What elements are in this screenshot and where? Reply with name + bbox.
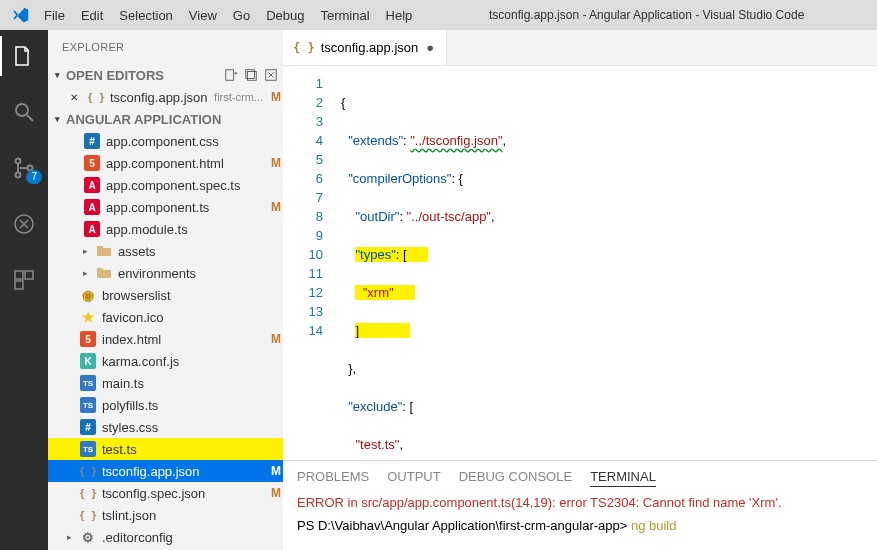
file-name: index.html (102, 332, 263, 347)
file-row[interactable]: #styles.css (48, 416, 283, 438)
file-name: app.module.ts (106, 222, 263, 237)
line-number: 5 (283, 150, 323, 169)
open-editors-header[interactable]: ▾ OPEN EDITORS (48, 64, 283, 86)
angular-icon: A (84, 177, 100, 193)
search-icon[interactable] (0, 92, 48, 132)
panel-tab-problems[interactable]: PROBLEMS (297, 467, 369, 487)
file-name: main.ts (102, 376, 263, 391)
panel-tab-debug-console[interactable]: DEBUG CONSOLE (459, 467, 572, 487)
file-row[interactable]: { }tslint.json (48, 504, 283, 526)
file-row[interactable]: ▸⚙.editorconfig (48, 526, 283, 548)
file-row[interactable]: ★favicon.ico (48, 306, 283, 328)
close-all-icon[interactable] (263, 67, 279, 83)
file-name: app.component.spec.ts (106, 178, 263, 193)
file-row[interactable]: { }tsconfig.spec.jsonM (48, 482, 283, 504)
save-all-icon[interactable] (243, 67, 259, 83)
code-content[interactable]: { "extends": "../tsconfig.json", "compil… (337, 66, 877, 460)
json-icon: { } (88, 89, 104, 105)
file-name: browserslist (102, 288, 263, 303)
angular-icon: A (84, 221, 100, 237)
terminal-error-line: ERROR in src/app/app.component.ts(14,19)… (297, 495, 863, 510)
menu-selection[interactable]: Selection (111, 4, 180, 27)
svg-rect-6 (25, 271, 33, 279)
json-icon: { } (80, 485, 96, 501)
file-name: assets (118, 244, 263, 259)
terminal-body[interactable]: ERROR in src/app/app.component.ts(14,19)… (283, 493, 877, 550)
dirty-indicator: M (269, 156, 283, 170)
file-name: tsconfig.app.json (102, 464, 263, 479)
ts-icon: TS (80, 397, 96, 413)
tab-label: tsconfig.app.json (321, 40, 419, 55)
close-icon[interactable]: ✕ (70, 92, 82, 103)
line-numbers: 1234567891011121314 (283, 66, 337, 460)
json-icon: { } (80, 463, 96, 479)
file-row[interactable]: 5app.component.htmlM (48, 152, 283, 174)
editor-body[interactable]: 1234567891011121314 { "extends": "../tsc… (283, 66, 877, 460)
html-icon: 5 (84, 155, 100, 171)
file-row[interactable]: TSmain.ts (48, 372, 283, 394)
panel-tabs: PROBLEMSOUTPUTDEBUG CONSOLETERMINAL (283, 461, 877, 493)
panel-tab-output[interactable]: OUTPUT (387, 467, 440, 487)
file-row[interactable]: Aapp.module.ts (48, 218, 283, 240)
debug-icon[interactable] (0, 204, 48, 244)
folder-row[interactable]: ▸assets (48, 240, 283, 262)
sidebar-title: EXPLORER (48, 30, 283, 64)
new-file-icon[interactable] (223, 67, 239, 83)
chevron-down-icon: ▾ (52, 70, 62, 80)
dirty-indicator: M (269, 200, 283, 214)
line-number: 6 (283, 169, 323, 188)
json-icon: { } (293, 41, 315, 55)
file-name: app.component.css (106, 134, 263, 149)
svg-point-1 (16, 159, 21, 164)
project-header[interactable]: ▾ ANGULAR APPLICATION (48, 108, 283, 130)
svg-rect-8 (226, 70, 234, 81)
explorer-icon[interactable] (0, 36, 48, 76)
line-number: 12 (283, 283, 323, 302)
menu-view[interactable]: View (181, 4, 225, 27)
file-row[interactable]: Aapp.component.spec.ts (48, 174, 283, 196)
file-row[interactable]: #app.component.css (48, 130, 283, 152)
line-number: 14 (283, 321, 323, 340)
svg-rect-5 (15, 271, 23, 279)
editorconfig-icon: ⚙ (80, 529, 96, 545)
svg-rect-7 (15, 281, 23, 289)
source-control-icon[interactable]: 7 (0, 148, 48, 188)
file-row[interactable]: ◉browserslist (48, 284, 283, 306)
file-name: environments (118, 266, 263, 281)
line-number: 10 (283, 245, 323, 264)
file-row[interactable]: Kkarma.conf.js (48, 350, 283, 372)
tab-dirty-indicator[interactable]: ● (424, 40, 436, 55)
extensions-icon[interactable] (0, 260, 48, 300)
line-number: 9 (283, 226, 323, 245)
dirty-indicator: M (269, 332, 283, 346)
editor-area: { } tsconfig.app.json ● 1234567891011121… (283, 30, 877, 550)
menu-edit[interactable]: Edit (73, 4, 111, 27)
file-name: favicon.ico (102, 310, 263, 325)
file-name: app.component.html (106, 156, 263, 171)
browserslist-icon: ◉ (80, 287, 96, 303)
karma-icon: K (80, 353, 96, 369)
file-row[interactable]: Aapp.component.tsM (48, 196, 283, 218)
file-name: tsconfig.spec.json (102, 486, 263, 501)
open-editor-item[interactable]: ✕{ }tsconfig.app.jsonfirst-crm...M (48, 86, 283, 108)
line-number: 7 (283, 188, 323, 207)
file-row[interactable]: { }tsconfig.app.jsonM (48, 460, 283, 482)
menu-bar: FileEditSelectionViewGoDebugTerminalHelp (36, 4, 420, 27)
file-row[interactable]: TStest.ts (48, 438, 283, 460)
menu-help[interactable]: Help (378, 4, 421, 27)
tab-tsconfig-app[interactable]: { } tsconfig.app.json ● (283, 30, 447, 65)
json-icon: { } (80, 507, 96, 523)
menu-go[interactable]: Go (225, 4, 258, 27)
vscode-logo-icon (4, 6, 36, 24)
html-icon: 5 (80, 331, 96, 347)
file-row[interactable]: 5index.htmlM (48, 328, 283, 350)
panel-tab-terminal[interactable]: TERMINAL (590, 467, 656, 487)
file-row[interactable]: TSpolyfills.ts (48, 394, 283, 416)
line-number: 1 (283, 74, 323, 93)
file-name: karma.conf.js (102, 354, 263, 369)
menu-debug[interactable]: Debug (258, 4, 312, 27)
titlebar: FileEditSelectionViewGoDebugTerminalHelp… (0, 0, 877, 30)
menu-terminal[interactable]: Terminal (312, 4, 377, 27)
menu-file[interactable]: File (36, 4, 73, 27)
folder-row[interactable]: ▸environments (48, 262, 283, 284)
